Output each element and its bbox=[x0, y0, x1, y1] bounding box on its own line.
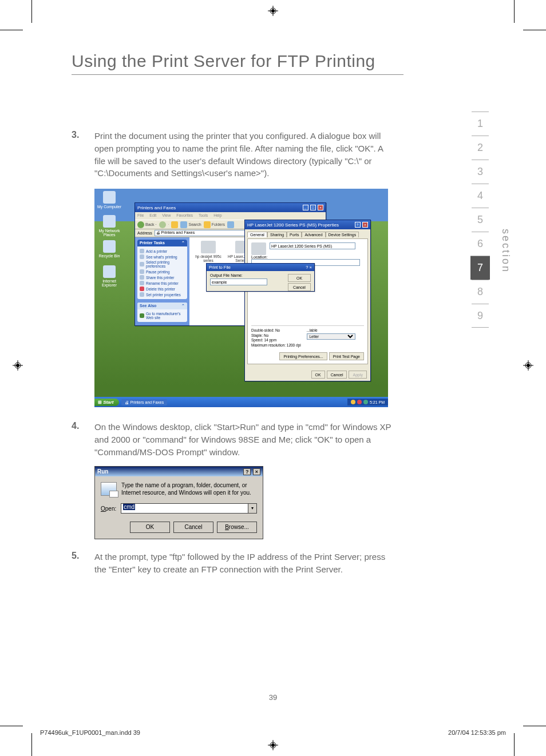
print-test-page-button[interactable]: Print Test Page bbox=[329, 352, 364, 360]
open-label: Open: bbox=[101, 506, 116, 512]
sidebar: Printer Tasks⌃ Add a printer See what's … bbox=[135, 237, 189, 325]
registration-mark-icon bbox=[268, 740, 278, 750]
folders-button[interactable]: Folders bbox=[204, 221, 225, 228]
tab-sharing[interactable]: Sharing bbox=[267, 232, 287, 237]
section-tab-2[interactable]: 2 bbox=[472, 136, 489, 160]
tray-icon[interactable] bbox=[363, 400, 368, 404]
task-add-printer[interactable]: Add a printer bbox=[140, 248, 185, 254]
section-tab-8[interactable]: 8 bbox=[472, 280, 489, 304]
window-title: HP LaserJet 1200 Series PS (MS) Properti… bbox=[247, 222, 339, 228]
tray-icon[interactable] bbox=[357, 400, 362, 404]
task-properties[interactable]: Set printer properties bbox=[140, 292, 185, 297]
ok-button[interactable]: OK bbox=[130, 522, 170, 533]
menu-bar: File Edit View Favorites Tools Help bbox=[135, 212, 326, 220]
minimize-icon[interactable]: _ bbox=[303, 205, 308, 210]
printer-properties-window: HP LaserJet 1200 Series PS (MS) Properti… bbox=[244, 220, 371, 381]
printer-item[interactable]: hp deskjet 995c series bbox=[193, 241, 224, 262]
window-controls: ? × bbox=[354, 222, 368, 228]
see-also-panel: See Also⌃ Go to manufacturer's Web site bbox=[137, 303, 187, 322]
crop-mark bbox=[0, 726, 23, 726]
task-share[interactable]: Share this printer bbox=[140, 274, 185, 280]
step-number: 3. bbox=[72, 130, 79, 140]
tray-icon[interactable] bbox=[351, 400, 355, 404]
step-number: 4. bbox=[72, 421, 79, 431]
collapse-icon[interactable]: ⌃ bbox=[181, 241, 185, 245]
location-label: Location: bbox=[251, 255, 267, 259]
crop-mark bbox=[31, 0, 32, 23]
window-title: Printers and Faxes bbox=[137, 205, 176, 210]
help-icon[interactable]: ? bbox=[306, 265, 308, 270]
system-tray: 5:21 PM bbox=[347, 399, 388, 405]
clock: 5:21 PM bbox=[370, 400, 385, 404]
link-manufacturer[interactable]: Go to manufacturer's Web site bbox=[140, 311, 185, 320]
cancel-button[interactable]: Cancel bbox=[288, 283, 311, 291]
section-label: section bbox=[500, 229, 512, 273]
page-number: 39 bbox=[0, 693, 546, 702]
dropdown-icon[interactable]: ▾ bbox=[248, 503, 257, 514]
back-button[interactable]: Back · bbox=[137, 221, 157, 228]
task-see-printing[interactable]: See what's printing bbox=[140, 254, 185, 260]
apply-button[interactable]: Apply bbox=[349, 371, 367, 379]
tab-bar: General Sharing Ports Advanced Device Se… bbox=[247, 232, 368, 237]
help-icon[interactable]: ? bbox=[243, 468, 251, 475]
page-title: Using the Print Server for FTP Printing bbox=[72, 51, 403, 75]
footer-filename: P74496uk_F1UP0001_man.indd 39 bbox=[40, 729, 140, 736]
registration-mark-icon bbox=[523, 360, 533, 371]
task-preferences[interactable]: Select printing preferences bbox=[140, 260, 185, 269]
tab-general[interactable]: General bbox=[247, 232, 267, 237]
collapse-icon[interactable]: ⌃ bbox=[181, 304, 185, 308]
ok-button[interactable]: OK bbox=[288, 274, 311, 282]
step-text: At the prompt, type "ftp" followed by th… bbox=[94, 551, 392, 576]
run-dialog: Run ? × Type the name of a program, fold… bbox=[94, 466, 263, 539]
section-tab-4[interactable]: 4 bbox=[472, 184, 489, 208]
forward-icon[interactable] bbox=[159, 221, 166, 228]
close-icon[interactable]: × bbox=[362, 222, 368, 228]
registration-mark-icon bbox=[13, 360, 23, 371]
tab-device[interactable]: Device Settings bbox=[326, 232, 359, 237]
tab-advanced[interactable]: Advanced bbox=[302, 232, 325, 237]
close-icon[interactable]: × bbox=[253, 468, 260, 475]
paper-select[interactable]: Letter bbox=[307, 333, 355, 340]
task-pause[interactable]: Pause printing bbox=[140, 269, 185, 274]
crop-mark bbox=[523, 30, 546, 30]
screenshot-xp-desktop: My Computer My Network Places Recycle Bi… bbox=[94, 189, 388, 407]
ok-button[interactable]: OK bbox=[311, 371, 325, 379]
printer-name-field[interactable] bbox=[270, 242, 355, 249]
search-button[interactable]: Search bbox=[180, 221, 201, 228]
print-to-file-dialog: Print to File ? × Output File Name: OK C… bbox=[206, 263, 315, 292]
maximize-icon[interactable]: □ bbox=[310, 205, 316, 210]
taskbar-item[interactable]: 🖨 Printers and Faxes bbox=[121, 399, 167, 405]
step-number: 5. bbox=[72, 551, 79, 561]
window-controls: ? × bbox=[306, 265, 312, 270]
crop-mark bbox=[31, 733, 32, 756]
section-tab-6[interactable]: 6 bbox=[472, 232, 489, 256]
up-icon[interactable] bbox=[171, 221, 178, 228]
close-icon[interactable]: × bbox=[318, 205, 323, 210]
browse-button[interactable]: Browse... bbox=[217, 522, 257, 533]
close-icon[interactable]: × bbox=[310, 265, 312, 270]
section-tab-7[interactable]: 7 bbox=[470, 256, 490, 280]
taskbar: ⊞ Start 🖨 Printers and Faxes 5:21 PM bbox=[94, 397, 388, 407]
views-icon[interactable] bbox=[227, 221, 234, 228]
task-delete[interactable]: Delete this printer bbox=[140, 286, 185, 292]
dialog-title: Print to File bbox=[209, 265, 231, 270]
run-icon bbox=[101, 482, 117, 496]
task-rename[interactable]: Rename this printer bbox=[140, 280, 185, 286]
section-tab-9[interactable]: 9 bbox=[472, 304, 489, 328]
crop-mark bbox=[0, 30, 23, 30]
output-filename-field[interactable] bbox=[210, 278, 267, 285]
cancel-button[interactable]: Cancel bbox=[327, 371, 347, 379]
section-tab-5[interactable]: 5 bbox=[472, 208, 489, 232]
window-controls: _ □ × bbox=[302, 205, 323, 210]
run-description: Type the name of a program, folder, docu… bbox=[121, 482, 257, 496]
section-tab-3[interactable]: 3 bbox=[472, 160, 489, 184]
open-field[interactable]: cmd bbox=[121, 503, 248, 514]
help-icon[interactable]: ? bbox=[355, 222, 361, 228]
cancel-button[interactable]: Cancel bbox=[173, 522, 213, 533]
tab-ports[interactable]: Ports bbox=[287, 232, 302, 237]
printer-tasks-panel: Printer Tasks⌃ Add a printer See what's … bbox=[137, 240, 187, 299]
step-text: On the Windows desktop, click "Start>Run… bbox=[94, 421, 392, 458]
printing-preferences-button[interactable]: Printing Preferences... bbox=[279, 352, 327, 360]
start-button[interactable]: ⊞ Start bbox=[94, 399, 119, 406]
section-tab-1[interactable]: 1 bbox=[472, 112, 489, 136]
